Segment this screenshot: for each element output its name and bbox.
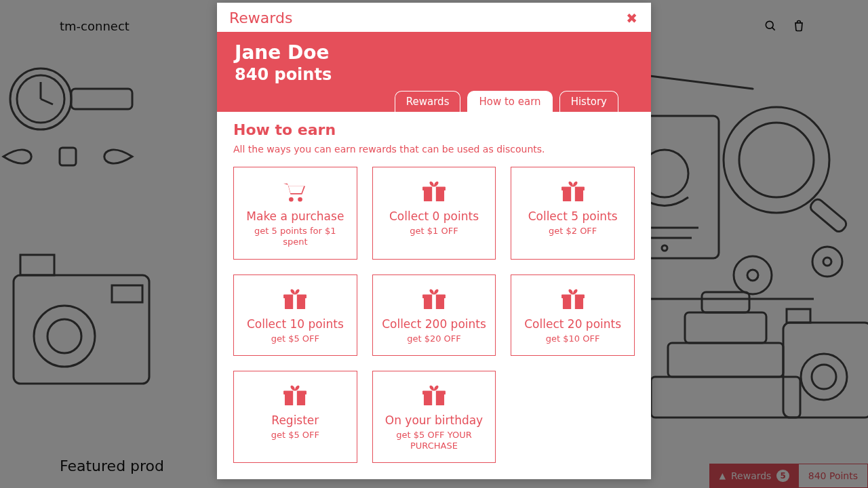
- earn-card[interactable]: Collect 0 pointsget $1 OFF: [372, 167, 496, 260]
- modal-tabs: Rewards How to earn History: [235, 84, 637, 112]
- earn-card-title: Collect 5 points: [519, 209, 626, 223]
- close-icon[interactable]: ✖: [626, 12, 637, 25]
- svg-rect-46: [294, 294, 298, 309]
- gift-icon: [242, 289, 349, 310]
- svg-rect-40: [432, 186, 436, 201]
- gift-icon: [381, 385, 488, 407]
- rewards-modal: Rewards ✖ Jane Doe 840 points Rewards Ho…: [217, 3, 651, 479]
- earn-card[interactable]: On your birthdayget $5 OFF YOUR PURCHASE: [372, 371, 496, 464]
- earn-card[interactable]: Make a purchaseget 5 points for $1 spent: [233, 167, 357, 260]
- earn-card-desc: get $20 OFF: [381, 333, 488, 344]
- svg-point-37: [298, 197, 303, 202]
- svg-rect-43: [571, 186, 575, 201]
- earn-card-title: Register: [242, 413, 349, 427]
- section-title: How to earn: [233, 121, 635, 138]
- earn-card-desc: get $1 OFF: [381, 226, 488, 237]
- earn-card-desc: get $2 OFF: [519, 226, 626, 237]
- tab-history[interactable]: History: [559, 91, 618, 112]
- svg-rect-55: [294, 390, 298, 405]
- tab-rewards[interactable]: Rewards: [395, 91, 461, 112]
- svg-rect-49: [432, 294, 436, 309]
- gift-icon: [519, 289, 626, 310]
- earn-card-desc: get 5 points for $1 spent: [242, 226, 349, 248]
- earn-card[interactable]: Collect 10 pointsget $5 OFF: [233, 274, 357, 356]
- section-subtitle: All the ways you can earn rewards that c…: [233, 144, 635, 155]
- earn-card-desc: get $10 OFF: [519, 333, 626, 344]
- earn-card-title: Collect 10 points: [242, 317, 349, 331]
- svg-rect-58: [432, 390, 436, 405]
- user-points: 840 points: [235, 65, 637, 84]
- modal-title: Rewards: [229, 9, 292, 26]
- earn-cards-grid: Make a purchaseget 5 points for $1 spent…: [233, 167, 635, 463]
- earn-card[interactable]: Collect 5 pointsget $2 OFF: [511, 167, 635, 260]
- gift-icon: [242, 385, 349, 407]
- earn-card[interactable]: Registerget $5 OFF: [233, 371, 357, 464]
- earn-card-desc: get $5 OFF YOUR PURCHASE: [381, 430, 488, 452]
- user-banner: Jane Doe 840 points Rewards How to earn …: [217, 32, 651, 112]
- gift-icon: [381, 289, 488, 310]
- earn-card-title: On your birthday: [381, 413, 488, 427]
- earn-card-title: Make a purchase: [242, 209, 349, 223]
- cart-icon: [242, 181, 349, 203]
- earn-card-title: Collect 20 points: [519, 317, 626, 331]
- tab-how-to-earn[interactable]: How to earn: [467, 91, 552, 112]
- earn-card-title: Collect 0 points: [381, 209, 488, 223]
- svg-rect-52: [571, 294, 575, 309]
- earn-card[interactable]: Collect 200 pointsget $20 OFF: [372, 274, 496, 356]
- earn-card-title: Collect 200 points: [381, 317, 488, 331]
- gift-icon: [519, 181, 626, 203]
- gift-icon: [381, 181, 488, 203]
- earn-card[interactable]: Collect 20 pointsget $10 OFF: [511, 274, 635, 356]
- user-name: Jane Doe: [235, 41, 637, 64]
- earn-card-desc: get $5 OFF: [242, 430, 349, 441]
- svg-point-36: [289, 197, 294, 202]
- earn-card-desc: get $5 OFF: [242, 333, 349, 344]
